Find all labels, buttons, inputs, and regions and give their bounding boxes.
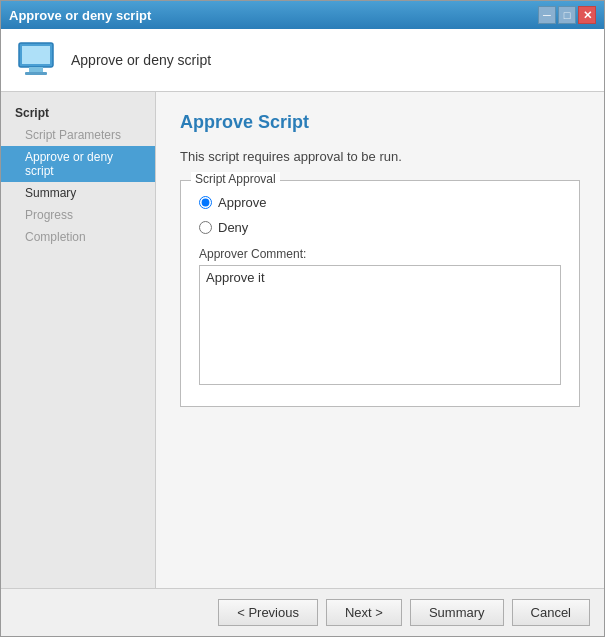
page-title: Approve Script [180,112,580,133]
script-approval-group: Script Approval Approve Deny Approver Co… [180,180,580,407]
window-title: Approve or deny script [9,8,151,23]
sidebar: Script Script Parameters Approve or deny… [1,92,156,588]
approve-label[interactable]: Approve [218,195,266,210]
sidebar-section-script: Script [1,102,155,124]
sidebar-item-summary[interactable]: Summary [1,182,155,204]
svg-rect-1 [22,46,50,64]
previous-button[interactable]: < Previous [218,599,318,626]
header-computer-icon [15,39,57,81]
approver-comment-textarea[interactable]: Approve it [199,265,561,385]
info-text: This script requires approval to be run. [180,149,580,164]
sidebar-item-completion[interactable]: Completion [1,226,155,248]
sidebar-item-script-parameters[interactable]: Script Parameters [1,124,155,146]
approve-radio-row: Approve [199,195,561,210]
header-title: Approve or deny script [71,52,211,68]
main-panel: Approve Script This script requires appr… [156,92,604,588]
svg-rect-2 [29,67,43,72]
content-area: Script Script Parameters Approve or deny… [1,92,604,588]
title-bar-controls: ─ □ ✕ [538,6,596,24]
minimize-button[interactable]: ─ [538,6,556,24]
group-label: Script Approval [191,172,280,186]
window: Approve or deny script ─ □ ✕ Approve or … [0,0,605,637]
svg-rect-3 [25,72,47,75]
title-bar: Approve or deny script ─ □ ✕ [1,1,604,29]
comment-label: Approver Comment: [199,247,561,261]
approve-radio[interactable] [199,196,212,209]
deny-radio-row: Deny [199,220,561,235]
cancel-button[interactable]: Cancel [512,599,590,626]
close-button[interactable]: ✕ [578,6,596,24]
maximize-button[interactable]: □ [558,6,576,24]
deny-radio[interactable] [199,221,212,234]
footer: < Previous Next > Summary Cancel [1,588,604,636]
summary-button[interactable]: Summary [410,599,504,626]
deny-label[interactable]: Deny [218,220,248,235]
sidebar-item-progress[interactable]: Progress [1,204,155,226]
next-button[interactable]: Next > [326,599,402,626]
header-banner: Approve or deny script [1,29,604,92]
sidebar-item-approve-deny[interactable]: Approve or deny script [1,146,155,182]
